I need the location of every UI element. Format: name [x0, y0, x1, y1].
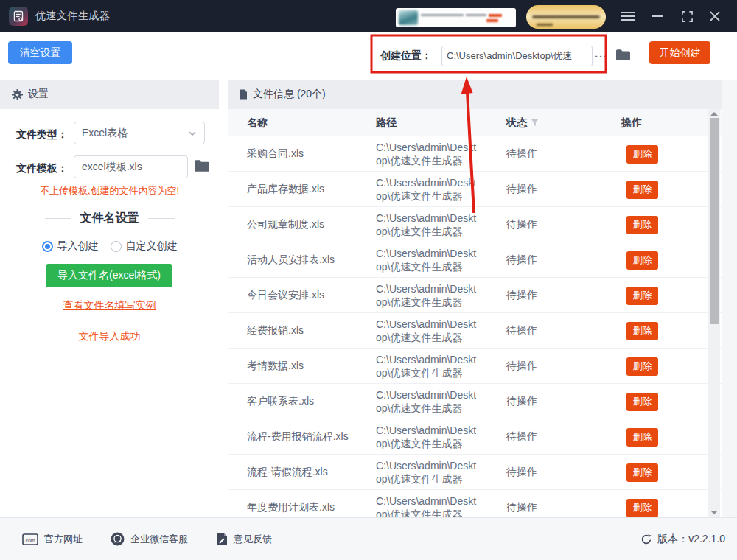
file-name-cell: 活动人员安排表.xls [247, 242, 371, 278]
footer: com 官方网址 企业微信客服 [0, 517, 737, 560]
file-status-cell: 待操作 [506, 490, 537, 517]
delete-button[interactable]: 删除 [626, 216, 658, 234]
file-name-cell: 采购合同.xls [247, 136, 371, 172]
import-success-status: 文件导入成功 [0, 330, 219, 343]
titlebar: 优速文件生成器 [0, 0, 737, 32]
file-status-cell: 待操作 [506, 136, 537, 172]
file-name-cell: 年度费用计划表.xls [247, 490, 371, 517]
delete-button[interactable]: 删除 [626, 463, 658, 482]
filter-icon[interactable] [531, 119, 539, 127]
scroll-up-arrow-icon[interactable] [710, 112, 718, 116]
file-status-cell: 待操作 [506, 207, 537, 242]
file-name-cell: 流程-费用报销流程.xls [247, 419, 371, 455]
create-location-input[interactable] [441, 46, 593, 66]
create-mode-radios: 导入创建 自定义创建 [0, 239, 219, 253]
update-refresh-icon[interactable] [640, 533, 652, 545]
col-header-status[interactable]: 状态 [506, 109, 539, 136]
file-path-cell: C:\Users\admin\Deskt op\优速文件生成器 [376, 278, 497, 313]
official-site-link[interactable]: com 官方网址 [22, 533, 83, 546]
delete-button[interactable]: 删除 [626, 251, 658, 270]
table-row: 今日会议安排.xls C:\Users\admin\Deskt op\优速文件生… [228, 278, 722, 313]
version-label: 版本：v2.2.1.0 [657, 533, 725, 546]
table-header: 名称 路径 状态 操作 [228, 109, 722, 136]
wechat-support-link[interactable]: 企业微信客服 [111, 532, 188, 546]
svg-text:com: com [25, 537, 35, 542]
user-avatar [399, 10, 418, 25]
file-path-cell: C:\Users\admin\Deskt op\优速文件生成器 [376, 455, 497, 490]
app-logo-icon [9, 7, 28, 26]
delete-button[interactable]: 删除 [626, 357, 658, 376]
version-info: 版本：v2.2.1.0 [640, 533, 725, 546]
membership-pill-redacted[interactable] [526, 5, 606, 29]
chat-bubble-icon [111, 532, 125, 546]
col-header-action: 操作 [621, 109, 642, 136]
file-table-body: 采购合同.xls C:\Users\admin\Deskt op\优速文件生成器… [228, 136, 722, 517]
file-name-cell: 经费报销.xls [247, 313, 371, 349]
delete-button[interactable]: 删除 [626, 428, 658, 447]
file-path-cell: C:\Users\admin\Deskt op\优速文件生成器 [376, 136, 497, 172]
close-button[interactable] [705, 0, 725, 32]
table-row: 年度费用计划表.xls C:\Users\admin\Deskt op\优速文件… [228, 490, 722, 517]
table-row: 采购合同.xls C:\Users\admin\Deskt op\优速文件生成器… [228, 136, 722, 172]
app-window: 优速文件生成器 [0, 0, 737, 560]
settings-panel-header: 设置 [0, 80, 219, 109]
delete-button[interactable]: 删除 [626, 287, 658, 305]
file-template-label: 文件模板： [16, 162, 68, 175]
col-header-path: 路径 [376, 109, 397, 136]
browse-folder-icon[interactable] [615, 49, 631, 61]
filename-example-link[interactable]: 查看文件名填写实例 [0, 299, 219, 312]
import-filenames-button[interactable]: 导入文件名(excel格式) [46, 264, 172, 287]
clear-settings-button[interactable]: 清空设置 [8, 41, 72, 64]
file-status-cell: 待操作 [506, 384, 537, 419]
file-name-cell: 产品库存数据.xls [247, 172, 371, 207]
file-name-cell: 客户联系表.xls [247, 384, 371, 419]
scroll-down-arrow-icon[interactable] [710, 511, 718, 514]
delete-button[interactable]: 删除 [626, 322, 658, 340]
file-status-cell: 待操作 [506, 455, 537, 490]
file-info-header-label: 文件信息 (20个) [253, 88, 326, 101]
table-row: 流程-请假流程.xls C:\Users\admin\Deskt op\优速文件… [228, 455, 722, 490]
minimize-button[interactable] [647, 0, 668, 32]
delete-button[interactable]: 删除 [626, 393, 658, 411]
file-status-cell: 待操作 [506, 172, 537, 207]
create-location-label: 创建位置： [380, 32, 432, 80]
scrollbar-thumb[interactable] [710, 118, 719, 324]
start-create-button[interactable]: 开始创建 [649, 41, 710, 64]
radio-import-create[interactable]: 导入创建 [42, 239, 99, 253]
table-row: 考情数据.xls C:\Users\admin\Deskt op\优速文件生成器… [228, 349, 722, 384]
feedback-pencil-icon [216, 533, 228, 546]
file-path-cell: C:\Users\admin\Deskt op\优速文件生成器 [376, 313, 497, 349]
radio-custom-create[interactable]: 自定义创建 [111, 239, 178, 253]
table-row: 客户联系表.xls C:\Users\admin\Deskt op\优速文件生成… [228, 384, 722, 419]
file-name-cell: 公司规章制度.xls [247, 207, 371, 242]
file-name-cell: 考情数据.xls [247, 349, 371, 384]
file-type-select[interactable]: Excel表格 [74, 122, 205, 144]
location-more-button[interactable]: ··· [595, 32, 608, 80]
filename-section-title: 文件名设置 [0, 211, 219, 226]
table-row: 经费报销.xls C:\Users\admin\Deskt op\优速文件生成器… [228, 313, 722, 349]
feedback-link[interactable]: 意见反馈 [216, 533, 272, 546]
file-name-cell: 今日会议安排.xls [247, 278, 371, 313]
file-status-cell: 待操作 [506, 349, 537, 384]
delete-button[interactable]: 删除 [626, 181, 658, 199]
table-row: 活动人员安排表.xls C:\Users\admin\Deskt op\优速文件… [228, 242, 722, 278]
file-type-label: 文件类型： [16, 128, 68, 141]
file-info-header: 文件信息 (20个) [228, 80, 722, 109]
user-account-info-redacted[interactable] [396, 8, 516, 27]
website-com-icon: com [22, 533, 38, 545]
table-row: 产品库存数据.xls C:\Users\admin\Deskt op\优速文件生… [228, 172, 722, 207]
file-name-cell: 流程-请假流程.xls [247, 455, 371, 490]
document-icon [239, 89, 248, 100]
delete-button[interactable]: 删除 [626, 145, 658, 164]
template-folder-icon[interactable] [194, 159, 210, 172]
delete-button[interactable]: 删除 [626, 499, 658, 517]
file-path-cell: C:\Users\admin\Deskt op\优速文件生成器 [376, 419, 497, 455]
file-template-input[interactable] [74, 155, 188, 178]
radio-unselected-icon [111, 241, 122, 252]
maximize-button[interactable] [677, 0, 697, 32]
radio-selected-icon [42, 241, 53, 252]
chevron-down-icon [188, 129, 197, 138]
scrollbar-track[interactable] [708, 109, 720, 517]
menu-icon[interactable] [618, 0, 638, 32]
table-row: 公司规章制度.xls C:\Users\admin\Deskt op\优速文件生… [228, 207, 722, 242]
